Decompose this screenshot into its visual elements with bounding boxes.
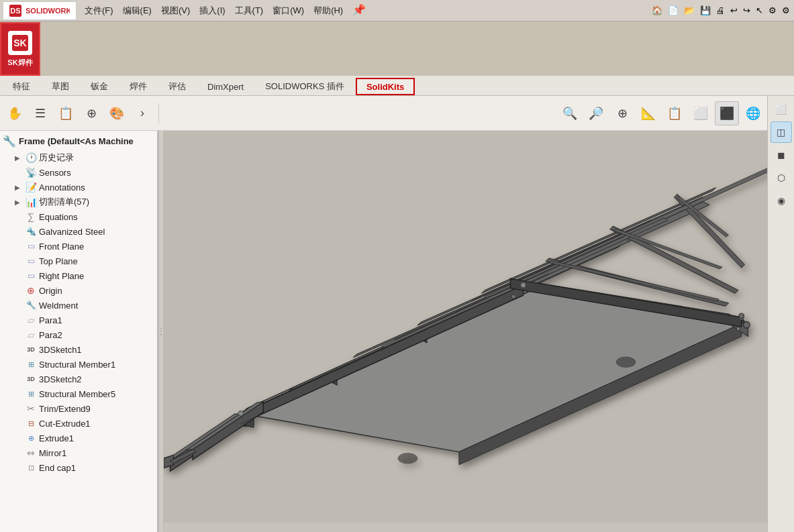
tree-label: Sensors (39, 168, 157, 178)
appearance-btn[interactable]: ⬛ (715, 101, 739, 125)
ribbon-tab-bar: 特征 草图 钣金 焊件 评估 DimXpert SOLIDWORKS 插件 So… (0, 76, 794, 96)
tree-label: Annotations (39, 182, 157, 193)
properties-btn[interactable]: 📋 (54, 101, 78, 125)
tree-item-structural5[interactable]: ⊞ Structural Member5 (0, 386, 157, 401)
tree-item-cut-extrude[interactable]: ⊟ Cut-Extrude1 (0, 416, 157, 431)
tree-label: Para1 (39, 315, 157, 325)
search-btn2[interactable]: 🔎 (584, 101, 608, 125)
tree-item-3dsketch2[interactable]: 3D 3DSketch2 (0, 372, 157, 386)
sensor-icon: 📡 (25, 167, 37, 178)
right-toolbar: ⬜ ◫ ◼ ⬡ ◉ (767, 96, 794, 532)
display-style-btn[interactable]: ⬜ (689, 101, 713, 125)
tree-root-item[interactable]: 🔧 Frame (Default<As Machine (0, 131, 157, 150)
svg-point-52 (736, 327, 740, 331)
feature-tree-panel: 🔧 Frame (Default<As Machine ▶ 🕐 历史记录 📡 S… (0, 131, 158, 532)
render-btn[interactable]: 🌐 (741, 101, 765, 125)
svg-point-49 (238, 411, 244, 416)
svg-point-48 (616, 357, 636, 367)
expand-arrow: ▶ (15, 184, 23, 191)
tab-hanjian[interactable]: 焊件 (119, 78, 157, 95)
tree-label: Weldment (39, 301, 157, 311)
tree-item-material[interactable]: 🔩 Galvanized Steel (0, 224, 157, 239)
tree-item-endcap1[interactable]: ⊡ End cap1 (0, 460, 157, 475)
options-icon[interactable]: ⚙ (781, 5, 791, 15)
tree-item-right-plane[interactable]: ▭ Right Plane (0, 268, 157, 283)
tree-label: Cut-Extrude1 (39, 419, 157, 429)
tree-item-mirror1[interactable]: ⇔ Mirror1 (0, 445, 157, 460)
home-icon[interactable]: 🏠 (650, 5, 664, 15)
rebuild-icon[interactable]: ⚙ (767, 5, 778, 15)
menu-help[interactable]: 帮助(H) (309, 3, 347, 18)
3d-viewport[interactable] (164, 96, 767, 532)
select-icon[interactable]: ↖ (754, 5, 764, 15)
equation-icon: ∑ (25, 211, 37, 222)
expand-btn[interactable]: › (130, 101, 154, 125)
tree-item-equations[interactable]: ∑ Equations (0, 209, 157, 224)
display-flat-btn[interactable]: ⬜ (771, 99, 792, 120)
search-glass-btn[interactable]: 🔍 (558, 101, 582, 125)
tab-solidkits[interactable]: SolidKits (356, 78, 415, 95)
tree-label: Trim/Extend9 (39, 404, 157, 414)
plane-icon: ▭ (25, 271, 37, 280)
3dsketch-icon: 3D (25, 376, 37, 382)
tree-item-top-plane[interactable]: ▭ Top Plane (0, 254, 157, 268)
menu-insert[interactable]: 插入(I) (195, 3, 229, 18)
svg-point-50 (521, 282, 526, 288)
tree-item-para1[interactable]: ▱ Para1 (0, 313, 157, 327)
color-wheel-btn[interactable]: 🎨 (105, 101, 129, 125)
tree-item-3dsketch1[interactable]: 3D 3DSketch1 (0, 342, 157, 357)
tree-label: Origin (39, 286, 157, 296)
tab-pinggu[interactable]: 评估 (158, 78, 196, 95)
tree-label: Equations (39, 212, 157, 222)
print-icon[interactable]: 🖨 (715, 5, 726, 15)
hand-tool-btn[interactable]: ✋ (3, 101, 27, 125)
section-view-btn[interactable]: 📋 (662, 101, 687, 125)
menu-file[interactable]: 文件(F) (81, 3, 117, 18)
sketch-icon: ▱ (25, 315, 37, 325)
menu-view[interactable]: 视图(V) (157, 3, 194, 18)
menu-window[interactable]: 窗口(W) (268, 3, 308, 18)
redo-icon[interactable]: ↪ (742, 5, 752, 15)
menu-tools[interactable]: 工具(T) (231, 3, 268, 18)
app-icon-panel[interactable]: SK SK焊件 (0, 22, 40, 76)
tree-item-cutlist[interactable]: ▶ 📊 切割清单(57) (0, 195, 157, 209)
tab-banjin[interactable]: 钣金 (81, 78, 118, 95)
display-realistic-btn[interactable]: ◉ (771, 190, 792, 211)
expand-arrow: ▶ (15, 154, 23, 162)
extrude-icon: ⊕ (25, 434, 37, 443)
tree-item-extrude1[interactable]: ⊕ Extrude1 (0, 431, 157, 445)
measure-btn[interactable]: 📐 (636, 101, 660, 125)
save-icon[interactable]: 💾 (699, 5, 712, 15)
list-view-btn[interactable]: ☰ (28, 101, 52, 125)
tree-item-annotations[interactable]: ▶ 📝 Annotations (0, 180, 157, 195)
undo-icon[interactable]: ↩ (729, 5, 739, 15)
weldment-icon: 🔧 (25, 301, 37, 310)
panel-splitter[interactable] (158, 131, 164, 532)
svg-text:SOLIDWORKS: SOLIDWORKS (26, 7, 70, 15)
new-doc-icon[interactable]: 📄 (666, 5, 680, 15)
toolbar-separator (158, 103, 159, 123)
open-icon[interactable]: 📂 (683, 5, 696, 15)
tab-sw-plugins[interactable]: SOLIDWORKS 插件 (255, 78, 354, 95)
tab-dimxpert[interactable]: DimXpert (197, 78, 254, 95)
display-wireframe-btn[interactable]: ⬡ (771, 167, 792, 189)
display-hidden-btn[interactable]: ◫ (771, 121, 792, 143)
tree-item-front-plane[interactable]: ▭ Front Plane (0, 239, 157, 254)
tree-item-para2[interactable]: ▱ Para2 (0, 327, 157, 342)
tab-caotu[interactable]: 草图 (42, 78, 79, 95)
menu-edit[interactable]: 编辑(E) (119, 3, 156, 18)
tree-item-sensors[interactable]: 📡 Sensors (0, 165, 157, 180)
tree-item-origin[interactable]: ⊕ Origin (0, 283, 157, 298)
title-bar: DS SOLIDWORKS 文件(F) 编辑(E) 视图(V) 插入(I) 工具… (0, 0, 794, 21)
tab-tezheng[interactable]: 特征 (3, 78, 40, 95)
target-btn[interactable]: ⊕ (79, 101, 103, 125)
tree-label: End cap1 (39, 463, 157, 473)
svg-point-53 (511, 295, 515, 299)
endcap-icon: ⊡ (25, 464, 37, 472)
tree-item-trim[interactable]: ✂ Trim/Extend9 (0, 401, 157, 416)
tree-item-weldment[interactable]: 🔧 Weldment (0, 298, 157, 313)
tree-item-history[interactable]: ▶ 🕐 历史记录 (0, 150, 157, 165)
display-shaded-btn[interactable]: ◼ (771, 144, 792, 166)
zoom-area-btn[interactable]: ⊕ (610, 101, 634, 125)
tree-item-structural1[interactable]: ⊞ Structural Member1 (0, 357, 157, 372)
